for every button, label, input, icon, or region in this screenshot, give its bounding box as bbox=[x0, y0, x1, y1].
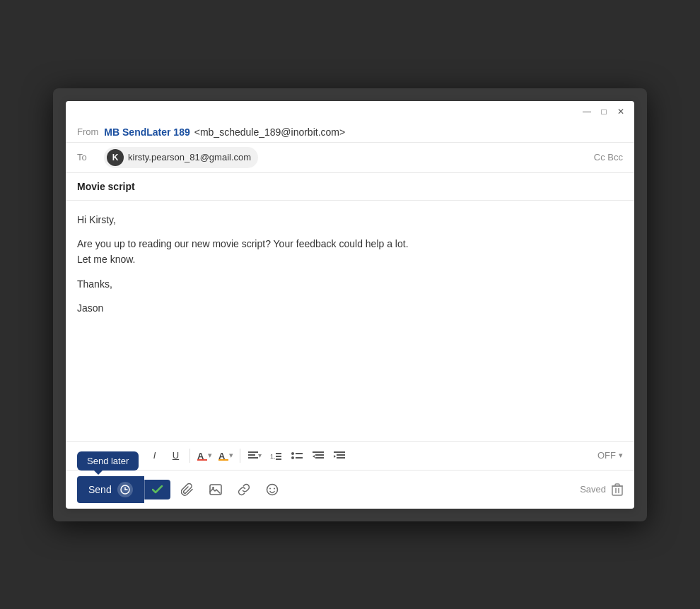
saved-status: Saved bbox=[580, 483, 623, 496]
attach-file-button[interactable] bbox=[176, 478, 199, 501]
maximize-button[interactable]: □ bbox=[599, 107, 609, 117]
from-row: From MB SendLater 189 <mb_schedule_189@i… bbox=[66, 122, 634, 143]
svg-rect-9 bbox=[276, 456, 281, 457]
delete-button[interactable] bbox=[612, 483, 623, 496]
toolbar-divider-2 bbox=[240, 449, 240, 463]
title-bar: — □ ✕ bbox=[66, 101, 634, 122]
cc-bcc-button[interactable]: Cc Bcc bbox=[594, 152, 623, 162]
svg-point-12 bbox=[291, 456, 294, 459]
underline-button[interactable]: U bbox=[165, 446, 185, 466]
svg-text:1.: 1. bbox=[270, 453, 276, 460]
from-label: From bbox=[77, 126, 98, 137]
svg-rect-15 bbox=[313, 451, 324, 453]
increase-indent-button[interactable] bbox=[329, 446, 349, 466]
svg-text:A: A bbox=[197, 451, 204, 461]
off-toggle[interactable]: OFF ▾ bbox=[597, 450, 623, 461]
svg-rect-6 bbox=[248, 457, 258, 459]
clock-icon bbox=[117, 482, 133, 497]
send-group: Send later Send bbox=[77, 476, 170, 503]
svg-rect-8 bbox=[276, 453, 281, 454]
font-selector[interactable]: Arial bbox=[77, 450, 95, 461]
sender-name: MB SendLater 189 bbox=[104, 126, 189, 138]
svg-rect-19 bbox=[334, 451, 345, 453]
svg-marker-18 bbox=[313, 455, 315, 458]
subject-row: Movie script bbox=[66, 173, 634, 201]
action-bar: Send later Send bbox=[66, 470, 634, 509]
title-bar-controls: — □ ✕ bbox=[582, 107, 626, 117]
svg-rect-13 bbox=[296, 453, 303, 454]
ordered-list-button[interactable]: 1. bbox=[266, 446, 286, 466]
svg-rect-20 bbox=[337, 454, 345, 456]
svg-rect-31 bbox=[612, 486, 622, 495]
svg-rect-17 bbox=[315, 457, 324, 459]
decrease-indent-button[interactable] bbox=[308, 446, 328, 466]
italic-button[interactable]: I bbox=[144, 446, 164, 466]
toolbar-divider-1 bbox=[189, 449, 190, 463]
svg-rect-4 bbox=[248, 451, 258, 453]
sender-email: <mb_schedule_189@inorbit.com> bbox=[194, 126, 345, 138]
body-signature: Jason bbox=[77, 300, 623, 316]
body-main: Are you up to reading our new movie scri… bbox=[77, 236, 623, 268]
insert-emoji-button[interactable] bbox=[261, 478, 284, 501]
unordered-list-button[interactable] bbox=[287, 446, 307, 466]
subject-text: Movie script bbox=[77, 181, 135, 192]
font-size-selector[interactable]: 10 ▾ bbox=[100, 450, 116, 461]
align-button[interactable]: ▾ bbox=[245, 446, 264, 466]
close-button[interactable]: ✕ bbox=[616, 107, 626, 117]
compose-window: — □ ✕ From MB SendLater 189 <mb_schedule… bbox=[66, 101, 634, 509]
highlight-color-button[interactable]: A ▾ bbox=[216, 446, 235, 466]
to-label: To bbox=[77, 152, 98, 162]
body-greeting: Hi Kirsty, bbox=[77, 212, 623, 227]
svg-text:A: A bbox=[218, 451, 226, 461]
svg-point-29 bbox=[269, 487, 271, 489]
recipient-email: kirsty.pearson_81@gmail.com bbox=[128, 152, 251, 162]
svg-rect-1 bbox=[197, 459, 207, 461]
body-thanks: Thanks, bbox=[77, 276, 623, 292]
window-wrapper: — □ ✕ From MB SendLater 189 <mb_schedule… bbox=[53, 88, 647, 521]
svg-rect-5 bbox=[248, 454, 255, 456]
svg-rect-3 bbox=[218, 459, 228, 461]
insert-link-button[interactable] bbox=[233, 478, 255, 501]
svg-rect-21 bbox=[337, 457, 345, 459]
minimize-button[interactable]: — bbox=[582, 107, 592, 117]
send-check-button[interactable] bbox=[144, 480, 170, 499]
insert-image-button[interactable] bbox=[204, 478, 227, 501]
svg-rect-10 bbox=[276, 459, 281, 460]
to-row: To K kirsty.pearson_81@gmail.com Cc Bcc bbox=[66, 143, 634, 173]
send-button[interactable]: Send bbox=[77, 476, 144, 503]
svg-point-30 bbox=[274, 487, 275, 489]
formatting-toolbar: Arial 10 ▾ B I U A ▾ A bbox=[66, 441, 634, 470]
bold-button[interactable]: B bbox=[123, 446, 143, 466]
svg-rect-16 bbox=[315, 454, 324, 456]
email-body[interactable]: Hi Kirsty, Are you up to reading our new… bbox=[66, 201, 634, 441]
svg-rect-14 bbox=[296, 457, 303, 459]
svg-point-11 bbox=[291, 452, 294, 455]
avatar: K bbox=[107, 149, 124, 166]
text-color-button[interactable]: A ▾ bbox=[194, 446, 214, 466]
svg-marker-22 bbox=[334, 455, 336, 458]
recipient-chip: K kirsty.pearson_81@gmail.com bbox=[104, 147, 258, 168]
